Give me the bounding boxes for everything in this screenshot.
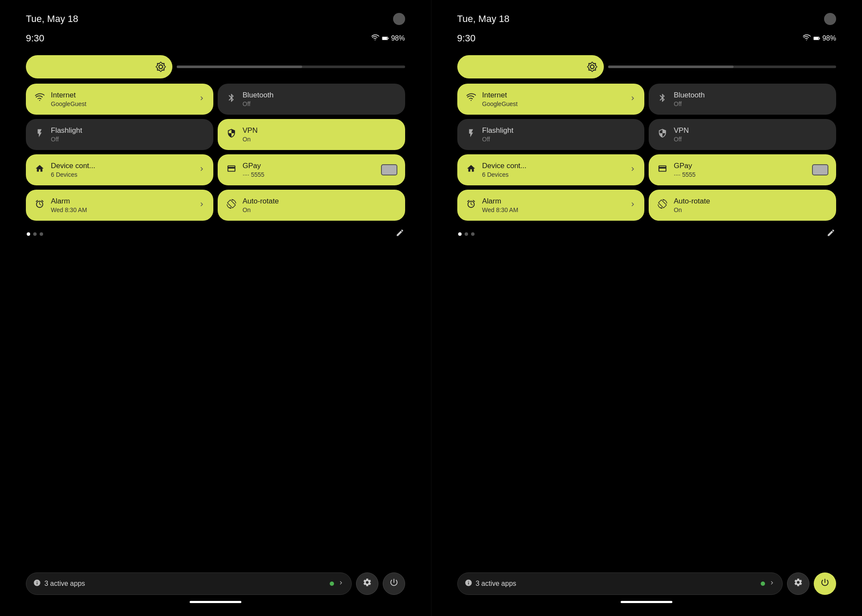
card-icon [225, 164, 237, 176]
status-bar: Tue, May 18 [457, 13, 837, 25]
tile-flashlight-subtitle: Off [482, 136, 637, 143]
tile-flashlight[interactable]: FlashlightOff [26, 119, 213, 150]
pagination-dot-1[interactable] [33, 232, 37, 236]
pagination-dot-1[interactable] [465, 232, 468, 236]
home-indicator [621, 601, 672, 603]
pagination-row [457, 228, 837, 239]
power-button[interactable] [814, 572, 836, 595]
power-icon [820, 578, 830, 590]
alarm-icon [465, 199, 477, 211]
tile-flashlight-text: FlashlightOff [482, 126, 637, 142]
home-indicator [190, 601, 241, 603]
flashlight-icon [465, 128, 477, 141]
tile-device[interactable]: Device cont...6 Devices [457, 154, 645, 185]
tile-gpay-subtitle: ···· 5555 [243, 171, 376, 178]
edit-button[interactable] [396, 228, 404, 239]
tile-internet[interactable]: InternetGoogleGuest [26, 84, 213, 115]
brightness-slider[interactable] [177, 66, 405, 68]
svg-rect-6 [814, 37, 818, 40]
brightness-row[interactable] [26, 55, 405, 78]
active-apps-text: 3 active apps [44, 580, 326, 588]
tile-alarm[interactable]: AlarmWed 8:30 AM [457, 190, 645, 221]
tile-gpay[interactable]: GPay···· 5555 [218, 154, 405, 185]
brightness-pill[interactable] [457, 55, 604, 78]
svg-rect-7 [819, 38, 820, 39]
gpay-card-icon [812, 164, 828, 175]
pagination-dot-0[interactable] [458, 232, 462, 236]
wifi-icon [803, 34, 811, 43]
tile-bluetooth-title: Bluetooth [674, 91, 828, 100]
tile-bluetooth-title: Bluetooth [243, 91, 397, 100]
edit-button[interactable] [827, 228, 835, 239]
time-bar: 9:30 98% [457, 33, 837, 44]
tile-vpn[interactable]: VPNOn [218, 119, 405, 150]
tile-gpay-text: GPay···· 5555 [243, 162, 376, 178]
svg-rect-3 [388, 38, 389, 39]
tile-internet-text: InternetGoogleGuest [51, 91, 193, 107]
tile-bluetooth-subtitle: Off [243, 100, 397, 107]
tile-autorotate[interactable]: Auto-rotateOn [649, 190, 836, 221]
pagination-row [26, 228, 405, 239]
tile-internet-title: Internet [482, 91, 624, 100]
tile-vpn-subtitle: Off [674, 136, 828, 143]
tile-autorotate-title: Auto-rotate [674, 197, 828, 206]
brightness-slider[interactable] [608, 66, 837, 68]
settings-button[interactable] [787, 572, 809, 595]
tile-vpn-text: VPNOn [243, 126, 397, 142]
tile-alarm[interactable]: AlarmWed 8:30 AM [26, 190, 213, 221]
tile-bluetooth-text: BluetoothOff [674, 91, 828, 107]
tile-internet-text: InternetGoogleGuest [482, 91, 624, 107]
tile-device-subtitle: 6 Devices [482, 171, 624, 178]
pagination-dot-2[interactable] [471, 232, 475, 236]
tile-vpn-text: VPNOff [674, 126, 828, 142]
tile-gpay-text: GPay···· 5555 [674, 162, 807, 178]
tile-autorotate[interactable]: Auto-rotateOn [218, 190, 405, 221]
bottom-bar: 3 active apps [26, 572, 405, 595]
pagination-dot-2[interactable] [40, 232, 43, 236]
home-icon [465, 164, 477, 176]
brightness-pill[interactable] [26, 55, 172, 78]
tile-internet[interactable]: InternetGoogleGuest [457, 84, 645, 115]
settings-button[interactable] [356, 572, 378, 595]
time-bar: 9:30 98% [26, 33, 405, 44]
tile-bluetooth[interactable]: BluetoothOff [649, 84, 836, 115]
rotate-icon [656, 199, 668, 211]
bottom-bar-wrapper: 3 active apps [457, 572, 837, 603]
tile-alarm-subtitle: Wed 8:30 AM [51, 206, 193, 213]
tile-device[interactable]: Device cont...6 Devices [26, 154, 213, 185]
power-button[interactable] [383, 572, 405, 595]
settings-icon [793, 578, 803, 590]
tile-alarm-text: AlarmWed 8:30 AM [482, 197, 624, 213]
tile-alarm-text: AlarmWed 8:30 AM [51, 197, 193, 213]
power-icon [389, 578, 399, 590]
active-apps-pill[interactable]: 3 active apps [457, 572, 783, 595]
apps-pill-chevron [337, 579, 344, 588]
card-icon [656, 164, 668, 176]
info-icon [465, 579, 472, 588]
tile-gpay-title: GPay [674, 162, 807, 170]
tile-vpn[interactable]: VPNOff [649, 119, 836, 150]
pagination-dots [27, 232, 43, 236]
brightness-row[interactable] [457, 55, 837, 78]
tile-vpn-title: VPN [243, 126, 397, 135]
active-apps-pill[interactable]: 3 active apps [26, 572, 352, 595]
tile-gpay-title: GPay [243, 162, 376, 170]
alarm-icon [34, 199, 46, 211]
tile-autorotate-subtitle: On [674, 206, 828, 213]
tile-bluetooth[interactable]: BluetoothOff [218, 84, 405, 115]
battery-pct: 98% [822, 34, 836, 42]
bluetooth-icon [225, 93, 237, 105]
vpn-icon [656, 128, 668, 141]
tile-flashlight[interactable]: FlashlightOff [457, 119, 645, 150]
pagination-dots [458, 232, 475, 236]
tile-internet-subtitle: GoogleGuest [482, 100, 624, 107]
pagination-dot-0[interactable] [27, 232, 30, 236]
tile-alarm-title: Alarm [482, 197, 624, 206]
wifi-icon [465, 93, 477, 105]
tile-autorotate-title: Auto-rotate [243, 197, 397, 206]
quick-tiles-grid: InternetGoogleGuestBluetoothOffFlashligh… [26, 84, 405, 221]
tile-gpay[interactable]: GPay···· 5555 [649, 154, 836, 185]
camera-dot [824, 13, 836, 25]
quick-tiles-grid: InternetGoogleGuestBluetoothOffFlashligh… [457, 84, 837, 221]
tile-chevron-icon [629, 165, 637, 175]
